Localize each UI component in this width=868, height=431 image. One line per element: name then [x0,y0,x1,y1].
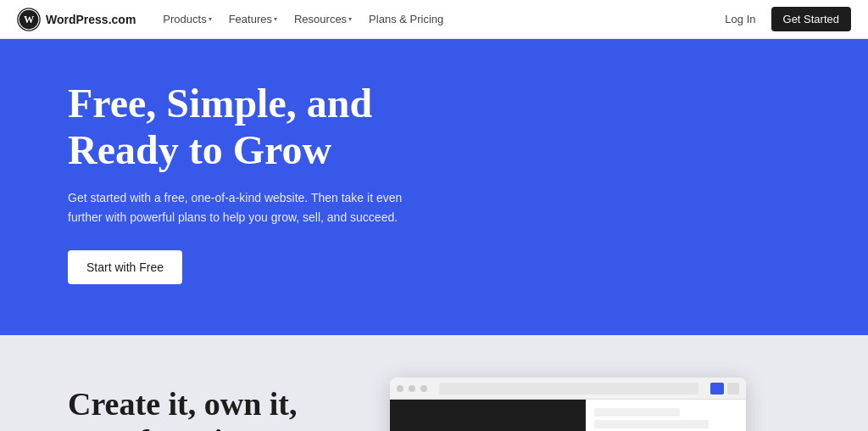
screenshot-icon-gray [727,383,739,395]
panel-row-1 [594,408,680,417]
nav-actions: Log In Get Started [718,7,851,31]
nav-features[interactable]: Features ▾ [222,9,284,29]
screenshot-icon-blue [710,383,724,395]
screenshot-content-left: GEORGE LUIS You can be cautious or be cr… [390,400,586,431]
screenshot-topbar [390,378,746,400]
screenshot-mockup: GEORGE LUIS You can be cautious or be cr… [390,378,746,431]
nav-links: Products ▾ Features ▾ Resources ▾ Plans … [156,9,718,29]
screenshot-toolbar-icons [710,383,739,395]
panel-row-2 [594,420,709,428]
resources-chevron-icon: ▾ [348,15,352,23]
dot-3 [420,385,427,392]
lower-section: Create it, own it, earn from it Don't ju… [0,335,868,431]
hero-subtitle: Get started with a free, one-of-a-kind w… [68,188,407,227]
nav-products[interactable]: Products ▾ [156,9,218,29]
dot-2 [409,385,415,392]
nav-resources[interactable]: Resources ▾ [287,9,359,29]
screenshot-body: GEORGE LUIS You can be cautious or be cr… [390,400,746,431]
lower-text: Create it, own it, earn from it Don't ju… [68,378,339,431]
nav-plans-pricing[interactable]: Plans & Pricing [362,9,450,29]
hero-title: Free, Simple, and Ready to Grow [68,80,475,173]
svg-text:W: W [24,14,35,25]
navbar: W WordPress.com Products ▾ Features ▾ Re… [0,0,868,39]
hero-cta-button[interactable]: Start with Free [68,250,182,284]
login-button[interactable]: Log In [718,9,762,29]
features-chevron-icon: ▾ [274,15,277,23]
products-chevron-icon: ▾ [209,15,212,23]
wordpress-logo-icon: W [17,8,41,31]
hero-section: Free, Simple, and Ready to Grow Get star… [0,39,868,335]
lower-screenshot-area: GEORGE LUIS You can be cautious or be cr… [390,378,800,431]
logo[interactable]: W WordPress.com [17,8,136,31]
get-started-button[interactable]: Get Started [771,7,851,31]
dot-1 [397,385,403,392]
screenshot-content-right [586,400,746,431]
lower-title: Create it, own it, earn from it [68,386,339,431]
logo-text: WordPress.com [46,13,136,26]
screenshot-url-bar [439,383,698,395]
